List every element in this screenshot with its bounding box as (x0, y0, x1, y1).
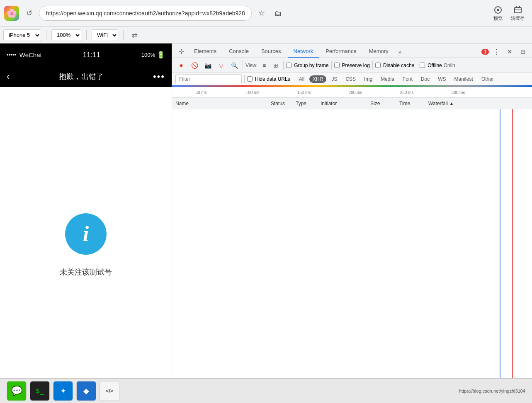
offline-checkbox[interactable] (420, 63, 425, 68)
tick-300ms: 300 ms (432, 90, 484, 95)
devtools-panel: ⊹ Elements Console Sources Network Perfo… (172, 43, 532, 403)
browser-logo: 🌸 (4, 6, 19, 21)
app-name-label: WeChat (19, 51, 42, 58)
group-by-frame-label: Group by frame (286, 63, 328, 68)
devtools-menu-button[interactable]: ⋮ (491, 46, 502, 58)
devtools-close-button[interactable]: ✕ (504, 46, 515, 58)
tab-memory[interactable]: Memory (363, 46, 394, 58)
hide-data-urls-label: Hide data URLs (247, 76, 290, 82)
filter-all[interactable]: All (296, 75, 308, 83)
zoom-select[interactable]: 100% 75% 50% (51, 29, 81, 41)
main-area: ••••• WeChat 11:11 100% 🔋 ‹ 抱歉，出错了 ••• i (0, 43, 532, 403)
tick-150ms: 150 ms (278, 90, 330, 95)
device-toolbar: iPhone 5 iPhone 6 iPhone X 100% 75% 50% … (0, 27, 532, 43)
filter-media[interactable]: Media (377, 75, 398, 83)
tab-console[interactable]: Console (223, 46, 255, 58)
svg-point-1 (497, 9, 499, 11)
address-bar[interactable] (39, 6, 252, 21)
phone-screen: ••••• WeChat 11:11 100% 🔋 ‹ 抱歉，出错了 ••• i (0, 43, 172, 403)
devtools-inspect-button[interactable]: ⊹ (175, 46, 187, 58)
camera-button[interactable]: 📷 (202, 60, 214, 71)
filter-doc[interactable]: Doc (418, 75, 433, 83)
devtools-actions: 1 ⋮ ✕ ⊟ (481, 46, 529, 58)
taskbar-wechat[interactable]: 💬 (7, 381, 27, 401)
bookmark-star-button[interactable]: ☆ (255, 7, 268, 20)
waterfall-red-line (512, 109, 513, 403)
filter-xhr[interactable]: XHR (309, 75, 326, 83)
filter-manifest[interactable]: Manifest (451, 75, 476, 83)
search-network-button[interactable]: 🔍 (228, 60, 240, 71)
rotate-button[interactable]: ⇄ (129, 29, 140, 41)
disable-cache-checkbox[interactable] (375, 63, 381, 68)
top-right-actions: 预览 清缓存 (490, 4, 528, 23)
header-size[interactable]: Size (367, 101, 396, 106)
tick-50ms: 50 ms (175, 90, 227, 95)
header-name[interactable]: Name (172, 101, 267, 106)
battery-percent: 100% (141, 52, 155, 58)
phone-content: i 未关注该测试号 (0, 87, 172, 403)
phone-back-button[interactable]: ‹ (7, 71, 10, 82)
record-button[interactable]: ● (175, 60, 187, 71)
group-by-frame-checkbox[interactable] (286, 63, 292, 68)
taskbar-code[interactable]: </> (100, 381, 119, 401)
filter-css[interactable]: CSS (342, 75, 359, 83)
waterfall-sort-arrow: ▲ (449, 101, 454, 106)
clear-cache-button[interactable]: 清缓存 (508, 4, 528, 23)
stop-record-button[interactable]: 🚫 (189, 60, 200, 71)
battery-icon: 🔋 (157, 51, 165, 59)
header-status[interactable]: Status (267, 101, 292, 106)
preserve-log-checkbox[interactable] (334, 63, 340, 68)
devtools-more-tabs[interactable]: » (395, 46, 405, 58)
info-icon: i (83, 223, 89, 245)
timeline-gradient (172, 85, 532, 87)
refresh-button[interactable]: ↺ (22, 7, 36, 20)
filter-font[interactable]: Font (399, 75, 416, 83)
offline-label: Offline (420, 63, 442, 68)
network-filter-bar: Hide data URLs All XHR JS CSS Img Media … (172, 73, 532, 85)
filter-js[interactable]: JS (328, 75, 340, 83)
preview-label: 预览 (493, 15, 503, 22)
tab-elements[interactable]: Elements (188, 46, 222, 58)
filter-ws[interactable]: WS (435, 75, 449, 83)
clear-cache-label: 清缓存 (511, 15, 525, 22)
taskbar-terminal[interactable]: $_ (30, 381, 50, 401)
tab-network[interactable]: Network (288, 46, 319, 58)
svg-rect-2 (515, 7, 521, 13)
browser-chrome: 🌸 ↺ ☆ 🗂 预览 清缓存 (0, 0, 532, 27)
device-select[interactable]: iPhone 5 iPhone 6 iPhone X (3, 29, 41, 41)
online-label: Onlin (444, 63, 455, 68)
device-select-wrapper: iPhone 5 iPhone 6 iPhone X (3, 29, 41, 41)
filter-img[interactable]: Img (361, 75, 376, 83)
preserve-log-label: Preserve log (334, 63, 370, 68)
bookmark-button[interactable]: 🗂 (272, 7, 285, 20)
header-time[interactable]: Time (396, 101, 425, 106)
tick-100ms: 100 ms (227, 90, 278, 95)
phone-nav-title: 抱歉，出错了 (59, 72, 104, 82)
tick-200ms: 200 ms (330, 90, 381, 95)
list-view-button[interactable]: ≡ (259, 60, 269, 70)
error-message-text: 未关注该测试号 (60, 267, 112, 277)
taskbar-vscode[interactable]: ✦ (53, 381, 73, 401)
network-toolbar: ● 🚫 📷 ▽ 🔍 View: ≡ ⊞ Group by frame Prese… (172, 58, 532, 73)
taskbar-url: https://blog.csdn.net/yingzhi3104 (459, 389, 525, 393)
devtools-dock-button[interactable]: ⊟ (517, 46, 529, 58)
phone-more-button[interactable]: ••• (153, 71, 165, 82)
network-select[interactable]: WiFi 3G 4G (92, 29, 118, 41)
taskbar: 💬 $_ ✦ ◆ </> https://blog.csdn.net/yingz… (0, 378, 532, 403)
filter-toggle-button[interactable]: ▽ (215, 60, 227, 71)
header-initiator[interactable]: Initiator (317, 101, 367, 106)
taskbar-app[interactable]: ◆ (76, 381, 96, 401)
phone-nav-bar: ‹ 抱歉，出错了 ••• (0, 66, 172, 87)
filter-input[interactable] (175, 74, 242, 84)
signal-indicator: ••••• (7, 52, 16, 58)
grid-view-button[interactable]: ⊞ (271, 60, 281, 70)
tab-performance[interactable]: Performance (320, 46, 362, 58)
header-type[interactable]: Type (292, 101, 317, 106)
hide-data-urls-checkbox[interactable] (247, 76, 253, 82)
tab-sources[interactable]: Sources (255, 46, 287, 58)
header-waterfall[interactable]: Waterfall ▲ (425, 101, 532, 106)
filter-other[interactable]: Other (478, 75, 497, 83)
error-badge: 1 (481, 49, 489, 55)
preview-button[interactable]: 预览 (490, 4, 506, 23)
phone-emulator: ••••• WeChat 11:11 100% 🔋 ‹ 抱歉，出错了 ••• i (0, 43, 172, 403)
